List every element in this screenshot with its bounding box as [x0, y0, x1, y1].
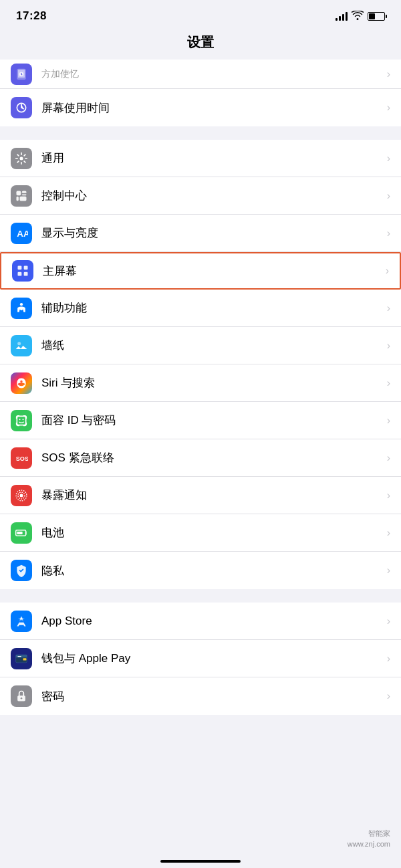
chevron-icon: › [387, 152, 390, 165]
svg-rect-5 [17, 191, 21, 195]
appstore-icon [11, 611, 32, 632]
svg-rect-11 [18, 266, 22, 270]
chevron-icon: › [387, 615, 390, 627]
svg-rect-28 [23, 658, 27, 660]
faceid-label: 面容 ID 与密码 [41, 413, 382, 428]
svg-text:SOS: SOS [16, 455, 28, 462]
list-item-home[interactable]: 主屏幕 › [0, 252, 401, 290]
svg-point-15 [20, 303, 23, 306]
chevron-icon: › [387, 190, 390, 202]
signal-bars-icon [336, 11, 348, 21]
screentime2-icon [11, 97, 32, 118]
sos-label: SOS 紧急联络 [41, 450, 382, 465]
svg-rect-27 [16, 655, 27, 657]
chevron-icon: › [387, 377, 390, 389]
svg-rect-17 [17, 416, 25, 425]
svg-point-18 [19, 419, 21, 420]
chevron-icon: › [387, 653, 390, 665]
svg-rect-13 [18, 272, 22, 276]
watermark: 智能家 www.znj.com [348, 829, 390, 849]
section-apps: App Store › 钱包与 Apple Pay › [0, 603, 401, 715]
status-bar: 17:28 [0, 0, 401, 28]
svg-point-21 [20, 494, 23, 497]
settings-list-main: 通用 › 控制中心 › AA [0, 140, 401, 589]
siri-icon [11, 372, 32, 394]
chevron-icon: › [387, 302, 390, 314]
battery-label: 电池 [41, 525, 382, 540]
wallet-label: 钱包与 Apple Pay [41, 651, 382, 666]
home-icon [12, 260, 33, 282]
wallet-icon [11, 648, 32, 669]
exposure-label: 暴露通知 [41, 487, 382, 503]
general-label: 通用 [41, 150, 382, 166]
svg-point-31 [21, 697, 23, 699]
svg-rect-12 [24, 266, 28, 270]
list-item-privacy[interactable]: 隐私 › [0, 552, 401, 589]
privacy-icon [11, 560, 32, 581]
appstore-label: App Store [41, 615, 382, 628]
list-item-wallpaper[interactable]: 墙纸 › [0, 327, 401, 364]
svg-rect-14 [24, 272, 28, 276]
wallpaper-icon [11, 335, 32, 356]
home-label: 主屏幕 [43, 263, 380, 279]
home-indicator [160, 860, 241, 863]
page-title: 设置 [0, 28, 401, 60]
chevron-icon: › [387, 68, 390, 80]
svg-rect-6 [22, 191, 27, 193]
chevron-icon: › [387, 452, 390, 464]
chevron-icon: › [387, 564, 390, 576]
svg-rect-25 [17, 531, 22, 534]
status-time: 17:28 [16, 9, 47, 23]
control-label: 控制中心 [41, 188, 382, 203]
screentime-icon [11, 64, 32, 85]
battery-icon [368, 12, 385, 21]
accessibility-icon [11, 298, 32, 319]
list-item-appstore[interactable]: App Store › [0, 603, 401, 640]
control-icon [11, 185, 32, 207]
list-item-password[interactable]: 密码 › [0, 677, 401, 715]
chevron-icon: › [387, 415, 390, 427]
status-icons [336, 11, 385, 22]
list-item-siri[interactable]: Siri 与搜索 › [0, 364, 401, 402]
svg-rect-8 [17, 196, 19, 201]
watermark-line2: www.znj.com [348, 839, 390, 849]
list-item-accessibility[interactable]: 辅助功能 › [0, 290, 401, 327]
list-item-control[interactable]: 控制中心 › [0, 177, 401, 215]
svg-rect-7 [22, 194, 27, 195]
chevron-icon: › [387, 227, 390, 239]
list-item-sos[interactable]: SOS SOS 紧急联络 › [0, 439, 401, 477]
chevron-icon: › [387, 527, 390, 539]
section-main: 通用 › 控制中心 › AA [0, 140, 401, 589]
chevron-icon: › [387, 690, 390, 702]
svg-point-4 [20, 156, 23, 160]
wallpaper-label: 墙纸 [41, 338, 382, 353]
list-item-general[interactable]: 通用 › [0, 140, 401, 177]
list-item-screentime[interactable]: 屏幕使用时间 › [0, 89, 401, 126]
list-item-display[interactable]: AA 显示与亮度 › [0, 215, 401, 252]
list-item-exposure[interactable]: 暴露通知 › [0, 477, 401, 514]
chevron-icon: › [387, 102, 390, 114]
svg-text:AA: AA [17, 229, 28, 239]
watermark-line1: 智能家 [348, 829, 390, 839]
siri-label: Siri 与搜索 [41, 375, 382, 391]
screentime-label: 方加使忆 [41, 68, 382, 80]
password-label: 密码 [41, 689, 382, 704]
svg-point-19 [23, 419, 24, 420]
svg-point-16 [17, 342, 21, 345]
list-item-wallet[interactable]: 钱包与 Apple Pay › [0, 640, 401, 677]
battery-icon2 [11, 522, 32, 544]
screentime-label2: 屏幕使用时间 [41, 100, 382, 116]
settings-list-apps: App Store › 钱包与 Apple Pay › [0, 603, 401, 715]
section-top-partial: 方加使忆 › 屏幕使用时间 › [0, 60, 401, 126]
list-item-battery[interactable]: 电池 › [0, 514, 401, 552]
sos-icon: SOS [11, 447, 32, 469]
display-icon: AA [11, 223, 32, 244]
faceid-icon [11, 410, 32, 431]
password-icon [11, 685, 32, 707]
wifi-icon [352, 11, 364, 22]
list-item-faceid[interactable]: 面容 ID 与密码 › [0, 402, 401, 439]
list-item[interactable]: 方加使忆 › [0, 60, 401, 89]
general-icon [11, 148, 32, 169]
accessibility-label: 辅助功能 [41, 300, 382, 316]
exposure-icon [11, 485, 32, 506]
